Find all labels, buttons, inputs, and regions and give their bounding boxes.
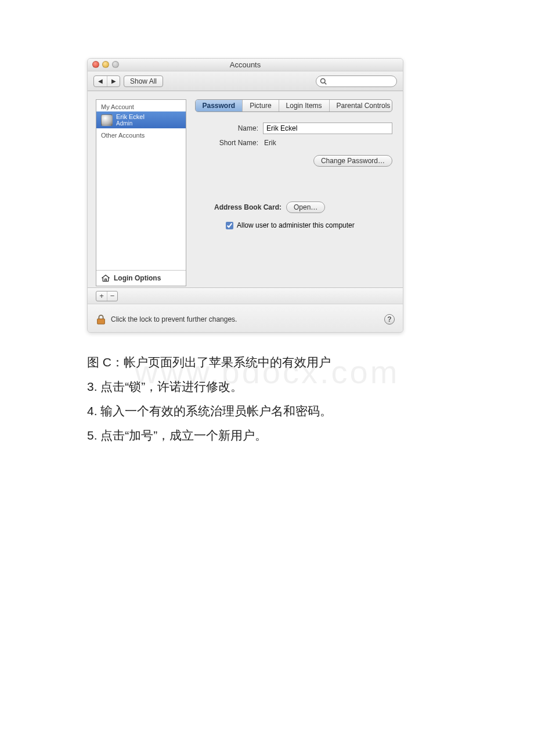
window-body: My Account Erik Eckel Admin Other Accoun… bbox=[88, 91, 403, 287]
title-bar: Accounts bbox=[88, 59, 403, 71]
allow-admin-row: Allow user to administer this computer bbox=[194, 221, 392, 229]
help-button[interactable]: ? bbox=[384, 314, 395, 325]
open-address-book-button[interactable]: Open… bbox=[286, 201, 325, 213]
back-button[interactable]: ◀ bbox=[94, 76, 107, 87]
svg-rect-2 bbox=[98, 319, 105, 324]
account-tabs: Password Picture Login Items Parental Co… bbox=[195, 99, 392, 112]
lock-icon[interactable] bbox=[96, 314, 106, 325]
house-icon bbox=[101, 274, 110, 282]
tab-parental-controls[interactable]: Parental Controls bbox=[329, 100, 392, 111]
avatar-icon bbox=[101, 114, 113, 126]
allow-admin-checkbox[interactable] bbox=[226, 222, 233, 229]
search-input[interactable] bbox=[316, 75, 397, 87]
caption-step-4: 4. 输入一个有效的系统治理员帐户名和密码。 bbox=[87, 399, 447, 423]
forward-button[interactable]: ▶ bbox=[107, 76, 120, 87]
remove-user-button[interactable]: − bbox=[107, 291, 117, 301]
tab-picture[interactable]: Picture bbox=[242, 100, 278, 111]
svg-line-1 bbox=[324, 82, 326, 84]
login-options-button[interactable]: Login Options bbox=[96, 270, 186, 286]
add-user-button[interactable]: + bbox=[96, 291, 107, 301]
name-row: Name: bbox=[194, 123, 392, 134]
close-icon[interactable] bbox=[92, 61, 99, 68]
caption-block: 图 C：帐户页面列出了苹果系统中的有效用户 3. 点击“锁”，许诺进行修改。 4… bbox=[87, 350, 447, 448]
short-name-label: Short Name: bbox=[194, 139, 263, 147]
caption-step-3: 3. 点击“锁”，许诺进行修改。 bbox=[87, 375, 447, 399]
name-label: Name: bbox=[194, 124, 263, 132]
zoom-icon[interactable] bbox=[112, 61, 119, 68]
tab-login-items[interactable]: Login Items bbox=[279, 100, 329, 111]
sidebar-section-my-account: My Account bbox=[96, 100, 186, 111]
login-options-label: Login Options bbox=[114, 274, 161, 282]
name-field[interactable] bbox=[263, 123, 392, 134]
allow-admin-label: Allow user to administer this computer bbox=[237, 221, 355, 229]
sidebar-user-name: Erik Eckel bbox=[116, 113, 145, 120]
address-book-row: Address Book Card: Open… bbox=[194, 201, 392, 213]
caption-figure-c: 图 C：帐户页面列出了苹果系统中的有效用户 bbox=[87, 350, 447, 375]
change-password-button[interactable]: Change Password… bbox=[313, 155, 392, 167]
account-detail-pane: Password Picture Login Items Parental Co… bbox=[186, 91, 403, 287]
caption-step-5: 5. 点击“加号”，成立一个新用户。 bbox=[87, 423, 447, 448]
add-remove-buttons: + − bbox=[96, 291, 118, 301]
footer: Click the lock to prevent further change… bbox=[88, 304, 403, 332]
minimize-icon[interactable] bbox=[102, 61, 109, 68]
accounts-sidebar: My Account Erik Eckel Admin Other Accoun… bbox=[96, 99, 186, 286]
nav-back-forward: ◀ ▶ bbox=[93, 75, 120, 87]
address-book-label: Address Book Card: bbox=[194, 203, 286, 211]
short-name-value: Erik bbox=[263, 139, 392, 147]
window-controls bbox=[92, 61, 119, 68]
accounts-window: Accounts ◀ ▶ Show All My Account Erik Ec… bbox=[87, 58, 403, 333]
add-remove-strip: + − bbox=[88, 287, 403, 304]
search-icon bbox=[320, 78, 327, 85]
toolbar: ◀ ▶ Show All bbox=[88, 71, 403, 91]
sidebar-section-other-accounts: Other Accounts bbox=[96, 128, 186, 140]
sidebar-item-erik-eckel[interactable]: Erik Eckel Admin bbox=[96, 111, 186, 128]
sidebar-user-role: Admin bbox=[116, 120, 145, 127]
svg-point-0 bbox=[321, 78, 326, 83]
lock-text: Click the lock to prevent further change… bbox=[111, 315, 237, 323]
tab-password[interactable]: Password bbox=[196, 100, 243, 111]
short-name-row: Short Name: Erik bbox=[194, 139, 392, 147]
show-all-button[interactable]: Show All bbox=[124, 75, 163, 87]
window-title: Accounts bbox=[230, 60, 261, 69]
